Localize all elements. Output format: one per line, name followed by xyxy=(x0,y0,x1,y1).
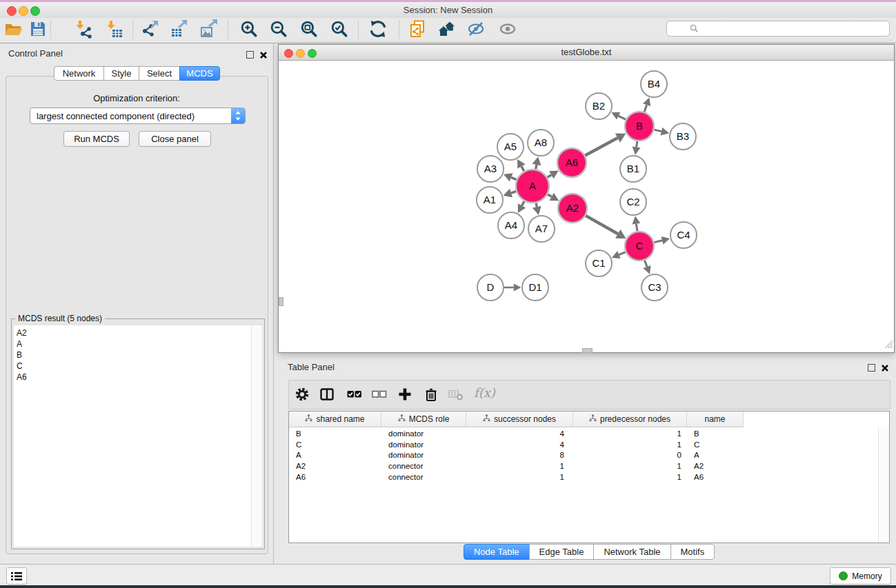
column-header-shared-name[interactable]: shared name xyxy=(289,412,381,427)
edge-A-A4[interactable] xyxy=(518,201,526,213)
table-row[interactable]: Adominator80A xyxy=(289,449,878,460)
mcds-result-item[interactable]: A2 xyxy=(17,327,251,338)
tab-edge-table[interactable]: Edge Table xyxy=(529,544,595,560)
delete-column-trash-icon[interactable] xyxy=(424,387,439,402)
network-canvas[interactable]: AA2A6BCA1A3A4A5A7A8B1B2B3B4C1C2C3C4DD1 xyxy=(279,61,894,352)
node-A8[interactable]: A8 xyxy=(528,130,554,156)
tab-select[interactable]: Select xyxy=(139,66,180,81)
float-panel-icon[interactable] xyxy=(246,51,254,59)
tab-mcds[interactable]: MCDS xyxy=(179,66,220,81)
first-neighbors-icon[interactable] xyxy=(437,19,456,39)
refresh-view-icon[interactable] xyxy=(368,19,388,39)
minimize-network-button[interactable] xyxy=(296,49,305,58)
table-row[interactable]: Cdominator41C xyxy=(289,439,878,450)
node-A3[interactable]: A3 xyxy=(477,156,504,182)
vertical-scrollbar-thumb[interactable] xyxy=(279,297,283,306)
mcds-result-item[interactable]: C xyxy=(17,361,251,372)
node-A6[interactable]: A6 xyxy=(557,148,586,177)
edge-A6-B[interactable] xyxy=(585,133,626,155)
add-column-icon[interactable] xyxy=(397,387,412,402)
table-row[interactable]: A6connector11A6 xyxy=(289,472,878,483)
mcds-result-item[interactable]: B xyxy=(17,349,251,361)
column-header-successor-nodes[interactable]: successor nodes xyxy=(466,412,573,427)
column-header-predecessor-nodes[interactable]: predecessor nodes xyxy=(573,412,687,427)
delete-table-icon[interactable] xyxy=(448,387,464,402)
node-A1[interactable]: A1 xyxy=(477,187,503,213)
resize-grip-icon[interactable] xyxy=(884,339,893,352)
edge-B-B2[interactable] xyxy=(611,112,626,120)
node-C[interactable]: C xyxy=(625,232,654,261)
node-B1[interactable]: B1 xyxy=(620,156,646,182)
node-A2[interactable]: A2 xyxy=(558,194,587,223)
mcds-result-item[interactable]: A6 xyxy=(17,372,251,383)
tab-network[interactable]: Network xyxy=(54,66,104,81)
edge-A-A2[interactable] xyxy=(548,193,559,201)
table-row[interactable]: Bdominator41B xyxy=(289,428,878,439)
maximize-network-button[interactable] xyxy=(308,49,317,58)
edge-C-C1[interactable] xyxy=(612,251,626,258)
edge-B-B3[interactable] xyxy=(654,128,669,136)
memory-button[interactable]: Memory xyxy=(830,567,891,585)
import-table-icon[interactable] xyxy=(104,19,123,39)
tab-network-table[interactable]: Network Table xyxy=(593,544,670,560)
node-A5[interactable]: A5 xyxy=(497,134,524,160)
table-row[interactable]: A2connector11A2 xyxy=(289,460,878,472)
node-B2[interactable]: B2 xyxy=(586,93,612,119)
function-builder-icon[interactable]: f(x) xyxy=(474,385,495,400)
export-table-icon[interactable] xyxy=(170,19,189,39)
column-header-name[interactable]: name xyxy=(687,412,744,427)
export-image-icon[interactable] xyxy=(199,19,219,39)
zoom-selected-icon[interactable] xyxy=(330,19,349,39)
column-header-MCDS-role[interactable]: MCDS role xyxy=(381,412,466,427)
zoom-out-icon[interactable] xyxy=(269,19,288,39)
zoom-fit-icon[interactable] xyxy=(299,19,319,39)
edge-B-B4[interactable] xyxy=(643,97,650,112)
edge-A-A7[interactable] xyxy=(532,203,541,214)
edge-C-C3[interactable] xyxy=(643,261,650,274)
edge-C-C4[interactable] xyxy=(654,236,670,245)
edge-D-D1[interactable] xyxy=(504,284,521,292)
node-C4[interactable]: C4 xyxy=(670,222,697,248)
optimization-criterion-select[interactable]: largest connected component (directed) xyxy=(30,108,246,124)
close-panel-icon[interactable] xyxy=(259,50,268,62)
panel-divider[interactable] xyxy=(273,43,274,564)
tab-node-table[interactable]: Node Table xyxy=(464,544,530,560)
clone-network-icon[interactable] xyxy=(408,19,427,39)
node-C2[interactable]: C2 xyxy=(620,189,646,215)
table-settings-gear-icon[interactable] xyxy=(295,387,310,402)
maximize-window-button[interactable] xyxy=(30,6,40,16)
table-scrollbar[interactable] xyxy=(878,427,889,543)
node-A4[interactable]: A4 xyxy=(498,212,524,239)
mcds-result-scrollbar[interactable] xyxy=(251,325,262,547)
close-window-button[interactable] xyxy=(7,6,17,16)
node-A7[interactable]: A7 xyxy=(528,216,555,242)
edge-B-B1[interactable] xyxy=(633,141,641,155)
edge-A-A3[interactable] xyxy=(504,173,517,181)
import-network-icon[interactable] xyxy=(73,19,92,39)
select-all-icon[interactable] xyxy=(347,387,362,402)
node-B[interactable]: B xyxy=(625,112,654,141)
export-network-icon[interactable] xyxy=(141,19,160,39)
zoom-in-icon[interactable] xyxy=(239,19,259,39)
close-table-panel-icon[interactable] xyxy=(881,363,889,375)
hide-selected-eye-slash-icon[interactable] xyxy=(467,19,486,39)
edge-A-A8[interactable] xyxy=(532,156,541,169)
edge-A-A5[interactable] xyxy=(517,159,526,171)
node-table[interactable]: shared nameMCDS rolesuccessor nodesprede… xyxy=(288,411,890,543)
deselect-all-icon[interactable] xyxy=(372,387,387,402)
tab-motifs[interactable]: Motifs xyxy=(670,544,715,560)
mcds-result-item[interactable]: A xyxy=(17,338,251,349)
float-table-panel-icon[interactable] xyxy=(868,364,875,372)
node-C1[interactable]: C1 xyxy=(586,250,612,276)
node-C3[interactable]: C3 xyxy=(641,274,668,301)
save-session-icon[interactable] xyxy=(28,19,48,39)
close-panel-button[interactable]: Close panel xyxy=(139,131,211,147)
column-manager-icon[interactable] xyxy=(319,387,335,402)
node-B4[interactable]: B4 xyxy=(641,71,667,97)
node-B3[interactable]: B3 xyxy=(670,123,696,150)
edge-C-C2[interactable] xyxy=(633,216,641,231)
node-D[interactable]: D xyxy=(477,274,504,301)
show-selected-eye-icon[interactable] xyxy=(498,19,517,39)
network-graph[interactable]: AA2A6BCA1A3A4A5A7A8B1B2B3B4C1C2C3C4DD1 xyxy=(279,61,894,352)
node-D1[interactable]: D1 xyxy=(522,274,548,301)
